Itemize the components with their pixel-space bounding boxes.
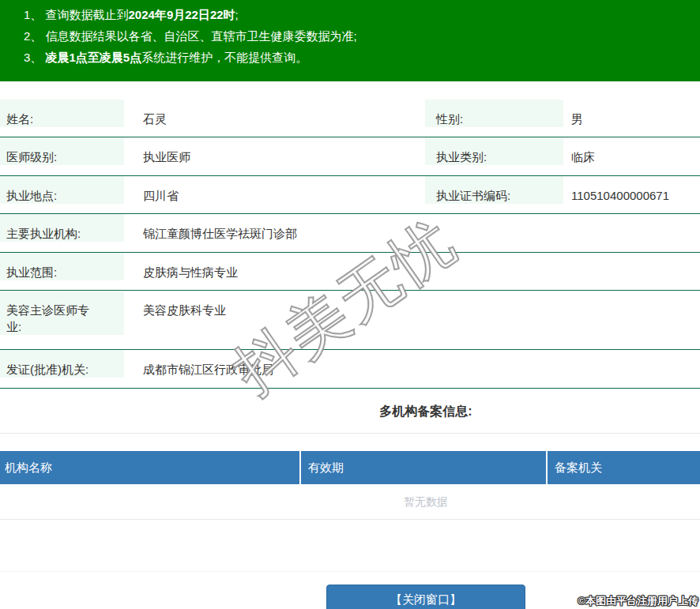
notice-line-1: 1、 查询数据截止到2024年9月22日22时;: [24, 4, 692, 25]
notice-2-text: 2、 信息数据结果以各省、自治区、直辖市卫生健康委数据为准;: [24, 29, 357, 43]
label-gender: 性别:: [425, 100, 563, 127]
table-row: 医师级别: 执业医师 执业类别: 临床: [0, 137, 700, 176]
table-row: 执业地点: 四川省 执业证书编码: 110510400000671: [0, 176, 700, 214]
label-issuing-authority: 发证(批准)机关:: [0, 350, 124, 378]
label-practice-category: 执业类别:: [425, 137, 563, 165]
divider: [0, 519, 700, 520]
label-practice-location: 执业地点:: [0, 176, 124, 204]
label-doctor-level: 医师级别:: [0, 137, 124, 165]
notice-line-2: 2、 信息数据结果以各省、自治区、直辖市卫生健康委数据为准;: [24, 25, 692, 47]
notice-3-bold: 凌晨1点至凌晨5点: [46, 51, 142, 64]
divider: [0, 433, 700, 434]
value-practice-scope: 皮肤病与性病专业: [124, 253, 700, 280]
notice-line-3: 3、 凌晨1点至凌晨5点系统进行维护，不能提供查询。: [24, 47, 692, 68]
practitioner-info-table: 姓名: 石灵 性别: 男 医师级别: 执业医师 执业类别: 临床 执业地点: 四…: [0, 100, 700, 389]
value-name: 石灵: [124, 100, 425, 127]
column-header-validity-period: 有效期: [301, 451, 548, 484]
value-primary-institution: 锦江童颜博仕医学祛斑门诊部: [124, 214, 700, 242]
label-cosmetic-specialty: 美容主诊医师专业:: [0, 291, 124, 335]
notice-3-tail: 系统进行维护，不能提供查询。: [141, 51, 307, 64]
value-practice-location: 四川省: [124, 176, 425, 204]
table-row: 主要执业机构: 锦江童颜博仕医学祛斑门诊部: [0, 214, 700, 253]
label-practice-scope: 执业范围:: [0, 253, 124, 280]
value-gender: 男: [563, 100, 700, 127]
multi-org-table-header: 机构名称 有效期 备案机关: [0, 451, 700, 484]
table-row: 执业范围: 皮肤病与性病专业: [0, 253, 700, 291]
value-cosmetic-specialty: 美容皮肤科专业: [124, 291, 700, 318]
notice-1-bold: 2024年9月22日22时: [129, 8, 235, 21]
notice-1-tail: ;: [235, 8, 239, 21]
practitioner-query-result-page: 1、 查询数据截止到2024年9月22日22时; 2、 信息数据结果以各省、自治…: [0, 0, 700, 609]
table-row: 发证(批准)机关: 成都市锦江区行政审批局: [0, 350, 700, 389]
notice-3-text: 3、: [24, 51, 46, 64]
value-practice-category: 临床: [563, 137, 700, 165]
close-window-button[interactable]: 【关闭窗口】: [326, 585, 525, 609]
notice-banner: 1、 查询数据截止到2024年9月22日22时; 2、 信息数据结果以各省、自治…: [0, 0, 700, 81]
divider: [0, 571, 700, 572]
value-doctor-level: 执业医师: [124, 137, 425, 165]
table-row: 美容主诊医师专业: 美容皮肤科专业: [0, 291, 700, 350]
empty-state-text: 暂无数据: [0, 484, 700, 519]
multi-org-section-title: 多机构备案信息:: [0, 399, 700, 424]
label-certificate-number: 执业证书编码:: [425, 176, 563, 204]
label-name: 姓名:: [0, 100, 124, 127]
column-header-institution-name: 机构名称: [0, 451, 301, 484]
value-certificate-number: 110510400000671: [563, 176, 700, 204]
table-row: 姓名: 石灵 性别: 男: [0, 100, 700, 137]
column-header-filing-authority: 备案机关: [548, 451, 700, 484]
upload-credit-watermark: ©本图由平台注册用户上传: [578, 594, 698, 608]
value-issuing-authority: 成都市锦江区行政审批局: [124, 350, 700, 378]
label-primary-institution: 主要执业机构:: [0, 214, 124, 242]
notice-1-text: 1、 查询数据截止到: [24, 8, 129, 21]
